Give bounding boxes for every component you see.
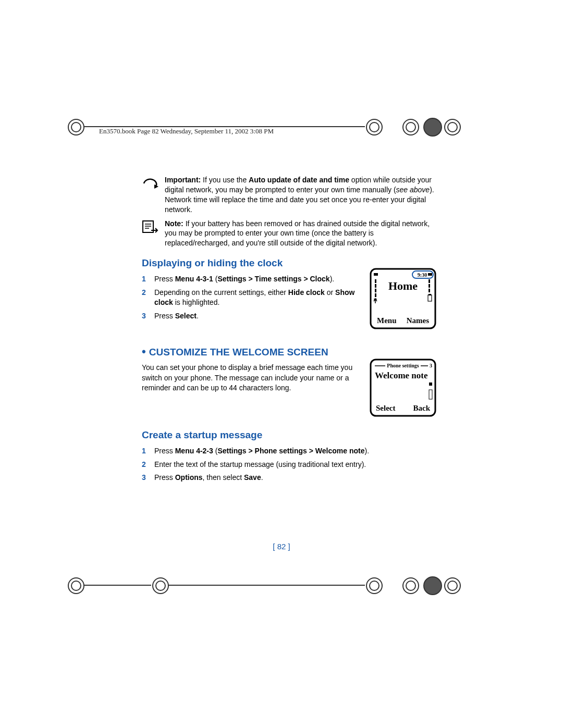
phone-screen-welcome: Phone settings 3 Welcome note Select Bac… [370, 359, 436, 417]
note-text: Note: If your battery has been removed o… [165, 219, 436, 249]
svg-text:9:30: 9:30 [418, 272, 427, 278]
svg-rect-13 [428, 273, 432, 276]
svg-rect-27 [429, 382, 432, 386]
phone-screen-home: 9:30 Home Menu N [370, 268, 436, 329]
page-number: [ 82 ] [0, 542, 563, 551]
heading-display-clock: Displaying or hiding the clock [142, 257, 436, 269]
page-header: En3570.book Page 82 Wednesday, September… [99, 127, 274, 135]
heading-create-startup: Create a startup message [142, 429, 436, 441]
important-block: Important: If you use the Auto update of… [142, 175, 436, 215]
page-content: Important: If you use the Auto update of… [142, 175, 436, 486]
svg-rect-14 [429, 279, 430, 283]
svg-text:Home: Home [388, 279, 418, 292]
section-customize-welcome: Phone settings 3 Welcome note Select Bac… [142, 345, 436, 420]
note-block: Note: If your battery has been removed o… [142, 219, 436, 249]
svg-text:Welcome note: Welcome note [375, 371, 428, 380]
heading-customize-welcome: Customize the welcome screen [142, 345, 436, 359]
svg-text:3: 3 [430, 363, 432, 368]
important-icon [142, 176, 160, 191]
svg-rect-12 [375, 293, 376, 297]
startup-step-2: 2 Enter the text of the startup message … [142, 460, 436, 470]
note-icon [142, 220, 158, 235]
step-1: 1 Press Menu 4-3-1 (Settings > Time sett… [142, 274, 364, 285]
step-2: 2 Depending on the current settings, eit… [142, 288, 364, 308]
svg-rect-9 [375, 279, 376, 283]
svg-text:Names: Names [407, 316, 429, 325]
svg-text:Phone settings: Phone settings [387, 363, 419, 368]
svg-rect-16 [429, 289, 430, 292]
step-3: 3 Press Select. [142, 311, 364, 322]
document-page: En3570.book Page 82 Wednesday, September… [0, 0, 563, 728]
svg-rect-18 [429, 294, 431, 295]
important-text: Important: If you use the Auto update of… [165, 175, 436, 215]
svg-rect-11 [375, 289, 376, 292]
svg-rect-15 [429, 284, 430, 288]
svg-text:Select: Select [376, 404, 395, 412]
startup-step-1: 1 Press Menu 4-2-3 (Settings > Phone set… [142, 446, 436, 456]
svg-rect-10 [375, 284, 376, 288]
startup-step-3: 3 Press Options, then select Save. [142, 473, 436, 483]
svg-text:Menu: Menu [377, 316, 397, 325]
section-display-clock: 9:30 Home Menu N [142, 257, 436, 332]
svg-rect-8 [374, 273, 378, 276]
svg-text:Back: Back [413, 404, 430, 412]
